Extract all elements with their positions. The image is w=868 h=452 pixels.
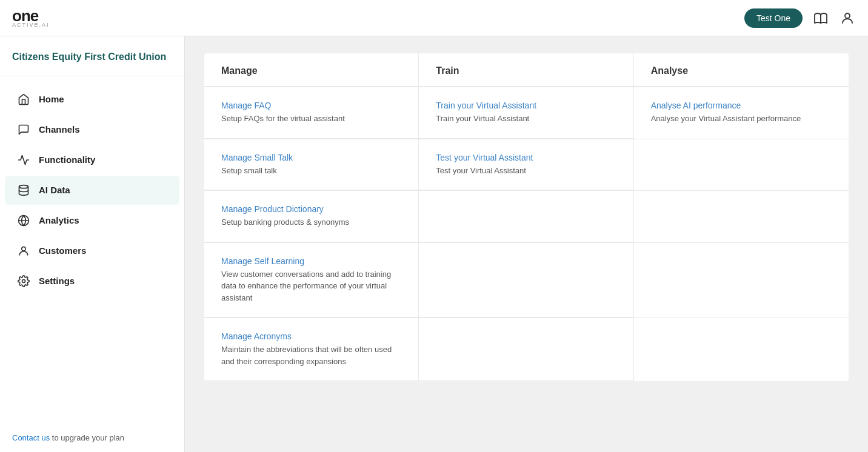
acronyms-link[interactable]: Manage Acronyms [221,331,401,341]
table-row: Manage Small Talk Setup small talk Test … [204,139,849,191]
empty-cell-r4-train [419,243,633,318]
product-dict-link[interactable]: Manage Product Dictionary [221,204,401,214]
empty-cell-r3-analyse [634,191,849,242]
table-row: Manage FAQ Setup FAQs for the virtual as… [204,87,849,139]
main-content: Manage Train Analyse Manage FAQ Setup FA… [185,36,868,452]
manage-faq-cell: Manage FAQ Setup FAQs for the virtual as… [204,87,419,139]
test-va-cell: Test your Virtual Assistant Test your Vi… [419,139,633,191]
sidebar-item-ai-data[interactable]: AI Data [5,176,179,205]
customers-icon [17,244,30,258]
sidebar-footer: Contact us to upgrade your plan [0,424,184,452]
analytics-icon [17,214,30,227]
self-learning-desc: View customer conversations and add to t… [221,268,401,304]
test-button[interactable]: Test One [744,8,803,28]
sidebar-nav: Home Channels Functionality [0,76,184,424]
org-name: Citizens Equity First Credit Union [0,36,184,76]
sidebar-item-customers[interactable]: Customers [5,236,179,265]
analyse-ai-link[interactable]: Analyse AI performance [651,101,832,110]
self-learning-link[interactable]: Manage Self Learning [221,256,401,266]
manage-faq-link[interactable]: Manage FAQ [221,101,401,110]
train-header: Train [419,53,633,87]
analyse-header: Analyse [634,53,849,87]
sidebar-item-label-ai-data: AI Data [39,185,70,195]
sidebar-item-label-analytics: Analytics [39,215,79,225]
acronyms-cell: Manage Acronyms Maintain the abbreviatio… [204,318,419,381]
manage-faq-desc: Setup FAQs for the virtual assistant [221,113,401,125]
sidebar-item-label-functionality: Functionality [39,155,95,165]
train-va-cell: Train your Virtual Assistant Train your … [419,87,633,139]
product-dict-desc: Setup banking products & synonyms [221,216,401,228]
sidebar-item-analytics[interactable]: Analytics [5,206,179,235]
self-learning-cell: Manage Self Learning View customer conve… [204,243,419,318]
empty-cell-r2 [634,139,849,191]
sidebar-item-label-channels: Channels [39,124,80,135]
train-va-desc: Train your Virtual Assistant [436,113,616,125]
sidebar-item-label-home: Home [39,94,64,104]
table-row: Manage Product Dictionary Setup banking … [204,191,849,243]
header: one ACTIVE.AI Test One [0,0,868,36]
sidebar-item-home[interactable]: Home [5,85,179,114]
test-va-link[interactable]: Test your Virtual Assistant [436,153,616,162]
sidebar: Citizens Equity First Credit Union Home [0,36,185,452]
contact-us-link[interactable]: Contact us [12,433,50,442]
sidebar-item-label-settings: Settings [39,276,75,286]
table-row: Manage Self Learning View customer conve… [204,243,849,319]
empty-cell-r5-train [419,318,633,381]
acronyms-desc: Maintain the abbreviations that will be … [221,344,401,367]
svg-point-0 [845,13,850,18]
small-talk-cell: Manage Small Talk Setup small talk [204,139,419,191]
channels-icon [17,123,30,136]
content-body: Manage FAQ Setup FAQs for the virtual as… [204,87,849,381]
table-row: Manage Acronyms Maintain the abbreviatio… [204,318,849,381]
empty-cell-r4-analyse [634,243,849,318]
footer-text: to upgrade your plan [52,433,124,442]
svg-point-5 [22,279,25,282]
user-icon[interactable] [839,10,856,27]
column-headers: Manage Train Analyse [204,53,849,87]
analyse-ai-desc: Analyse your Virtual Assistant performan… [651,113,832,125]
logo: one ACTIVE.AI [12,8,50,28]
settings-icon [17,274,30,288]
analyse-ai-cell: Analyse AI performance Analyse your Virt… [634,87,849,139]
small-talk-link[interactable]: Manage Small Talk [221,153,401,162]
header-actions: Test One [744,8,856,28]
svg-point-1 [19,185,28,188]
content-card: Manage Train Analyse Manage FAQ Setup FA… [204,53,849,381]
empty-cell-r3-train [419,191,633,242]
manage-header: Manage [204,53,419,87]
train-va-link[interactable]: Train your Virtual Assistant [436,101,616,110]
sidebar-item-settings[interactable]: Settings [5,267,179,296]
test-va-desc: Test your Virtual Assistant [436,165,616,177]
home-icon [17,93,30,106]
sidebar-item-channels[interactable]: Channels [5,115,179,144]
layout: Citizens Equity First Credit Union Home [0,36,868,452]
empty-cell-r5-analyse [634,318,849,381]
logo-sub: ACTIVE.AI [12,22,50,28]
small-talk-desc: Setup small talk [221,165,401,177]
svg-point-4 [22,247,26,251]
sidebar-item-functionality[interactable]: Functionality [5,145,179,174]
book-icon[interactable] [812,10,829,27]
sidebar-item-label-customers: Customers [39,245,86,256]
functionality-icon [17,153,30,167]
ai-data-icon [17,184,30,197]
product-dict-cell: Manage Product Dictionary Setup banking … [204,191,419,242]
